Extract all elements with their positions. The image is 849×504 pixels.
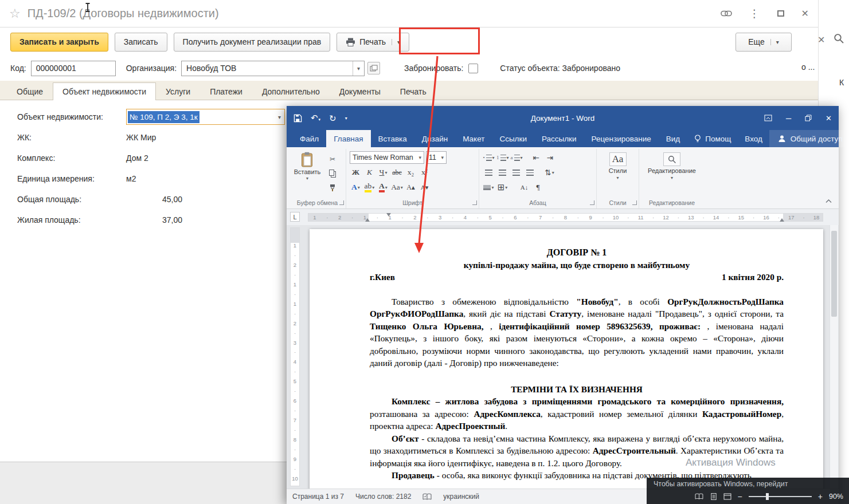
styles-button[interactable]: Аа Стили <box>600 150 635 180</box>
language-indicator[interactable]: украинский <box>443 493 479 501</box>
font-size-combo[interactable]: 11 <box>426 151 447 164</box>
share-button[interactable]: Общий доступ <box>769 130 849 147</box>
redo-icon[interactable] <box>329 114 337 123</box>
increase-indent-icon[interactable] <box>544 151 556 164</box>
collapse-ribbon-icon[interactable] <box>825 196 832 205</box>
zoom-slider-handle[interactable] <box>766 493 769 500</box>
zoom-out-icon[interactable]: − <box>738 492 742 501</box>
print-layout-icon[interactable] <box>710 493 717 501</box>
print-dropdown-icon[interactable] <box>392 39 400 45</box>
save-button[interactable]: Записать <box>115 33 167 52</box>
tab-selector[interactable]: L <box>290 212 300 222</box>
grow-font-button[interactable]: А▴ <box>405 181 417 194</box>
ribbon-display-icon[interactable] <box>764 115 772 121</box>
organization-combo[interactable]: Новобуд ТОВ <box>181 61 365 76</box>
word-tab-3[interactable]: Дизайн <box>414 130 455 147</box>
favorite-star-icon[interactable] <box>9 7 21 20</box>
bullet-list-button[interactable]: • <box>483 151 495 164</box>
web-layout-icon[interactable] <box>723 493 731 500</box>
numbered-list-button[interactable]: 1 <box>496 151 509 164</box>
zoom-slider[interactable] <box>749 496 812 497</box>
copy-icon[interactable] <box>326 168 339 179</box>
zoom-in-icon[interactable]: + <box>818 492 823 501</box>
chevron-down-icon[interactable] <box>275 114 284 120</box>
paste-button[interactable]: Вставить <box>292 150 322 193</box>
dialog-launcher-icon[interactable] <box>339 200 344 205</box>
link-icon[interactable] <box>721 10 732 17</box>
app-tab-0[interactable]: Общие <box>7 83 53 100</box>
read-mode-icon[interactable] <box>694 493 704 500</box>
shrink-font-button[interactable]: А▾ <box>418 181 431 194</box>
document-page[interactable]: ДОГОВІР № 1 купівлі-продажу майна, що бу… <box>310 229 823 489</box>
dialog-launcher-icon[interactable] <box>472 200 477 205</box>
paste-dropdown-icon[interactable] <box>306 176 308 181</box>
dialog-launcher-icon[interactable] <box>632 200 637 205</box>
line-spacing-button[interactable] <box>543 166 555 179</box>
qat-customize-icon[interactable] <box>345 116 347 121</box>
word-tab-6[interactable]: Рассылки <box>534 130 584 147</box>
dialog-launcher-icon[interactable] <box>590 200 594 205</box>
search-icon[interactable] <box>834 33 844 46</box>
multilevel-list-button[interactable]: а <box>511 151 523 164</box>
close-icon[interactable] <box>801 8 809 19</box>
code-input[interactable]: 000000001 <box>31 61 116 76</box>
cut-icon[interactable] <box>326 153 339 164</box>
app-tab-1[interactable]: Объект недвижимости <box>53 82 156 100</box>
close-icon[interactable] <box>817 34 825 45</box>
align-left-icon[interactable] <box>483 166 495 179</box>
object-combo[interactable]: № 109, П 2, Э 3, 1к <box>126 109 285 125</box>
align-center-icon[interactable] <box>496 166 508 179</box>
app-tab-3[interactable]: Платежи <box>200 83 252 100</box>
word-tab-0[interactable]: Файл <box>292 130 326 147</box>
chevron-down-icon[interactable] <box>353 61 364 76</box>
word-tab-4[interactable]: Макет <box>455 130 492 147</box>
highlight-button[interactable]: ab <box>365 182 372 192</box>
reserve-checkbox[interactable] <box>468 64 478 73</box>
underline-dropdown-icon[interactable] <box>385 170 387 175</box>
font-name-combo[interactable]: Times New Roman <box>350 151 424 164</box>
underline-button[interactable]: Ч <box>379 168 385 177</box>
horizontal-ruler[interactable]: 1·2·1·1·2·3·4·5·6·7·8·9·10·11·12·13·14·1… <box>308 213 823 222</box>
word-count[interactable]: Число слов: 2182 <box>355 493 411 501</box>
tell-me-button[interactable]: Помощ <box>687 130 738 147</box>
borders-button[interactable] <box>496 181 508 194</box>
shading-button[interactable] <box>483 181 495 194</box>
editing-dropdown-icon[interactable] <box>671 175 673 180</box>
hanging-indent-marker[interactable] <box>365 218 370 222</box>
scrollbar-thumb[interactable] <box>831 231 837 317</box>
font-color-button[interactable]: А <box>379 182 385 192</box>
align-right-icon[interactable] <box>510 166 522 179</box>
sort-button[interactable]: А↓ <box>518 181 530 194</box>
spellcheck-icon[interactable] <box>422 493 432 501</box>
kebab-menu-icon[interactable] <box>749 7 760 20</box>
minimize-icon[interactable] <box>786 114 791 123</box>
print-button[interactable]: Печать <box>337 33 409 52</box>
word-tab-5[interactable]: Ссылки <box>492 130 534 147</box>
styles-dropdown-icon[interactable] <box>616 175 619 180</box>
undo-dropdown-icon[interactable] <box>319 117 321 121</box>
subscript-button[interactable]: x₂ <box>405 166 417 179</box>
sign-in-button[interactable]: Вход <box>738 130 769 147</box>
pilcrow-button[interactable] <box>532 181 544 194</box>
vertical-scrollbar[interactable] <box>830 225 838 489</box>
italic-button[interactable]: К <box>363 166 375 179</box>
right-indent-marker[interactable] <box>780 218 784 222</box>
decrease-indent-icon[interactable] <box>530 151 542 164</box>
strikethrough-button[interactable]: abc <box>391 166 403 179</box>
superscript-button[interactable]: x² <box>418 166 431 179</box>
editing-button[interactable]: Редактирование <box>643 150 701 180</box>
word-tab-1[interactable]: Главная <box>326 130 370 147</box>
bold-button[interactable]: Ж <box>350 166 362 179</box>
app-tab-6[interactable]: Печать <box>390 83 436 100</box>
word-tab-8[interactable]: Вид <box>659 130 687 147</box>
zoom-level[interactable]: 90% <box>829 493 843 501</box>
restore-icon[interactable] <box>805 115 812 121</box>
more-button[interactable]: Еще <box>735 33 792 52</box>
undo-icon[interactable] <box>311 113 318 123</box>
save-close-button[interactable]: Записать и закрыть <box>10 33 108 52</box>
maximize-icon[interactable] <box>777 10 784 17</box>
page-indicator[interactable]: Страница 1 из 7 <box>292 493 344 501</box>
first-line-indent-marker[interactable] <box>386 213 391 216</box>
vertical-ruler[interactable]: 1·2·1·1·2·3·4·5·6·7·8·9·10 <box>290 227 300 486</box>
app-tab-2[interactable]: Услуги <box>156 83 200 100</box>
